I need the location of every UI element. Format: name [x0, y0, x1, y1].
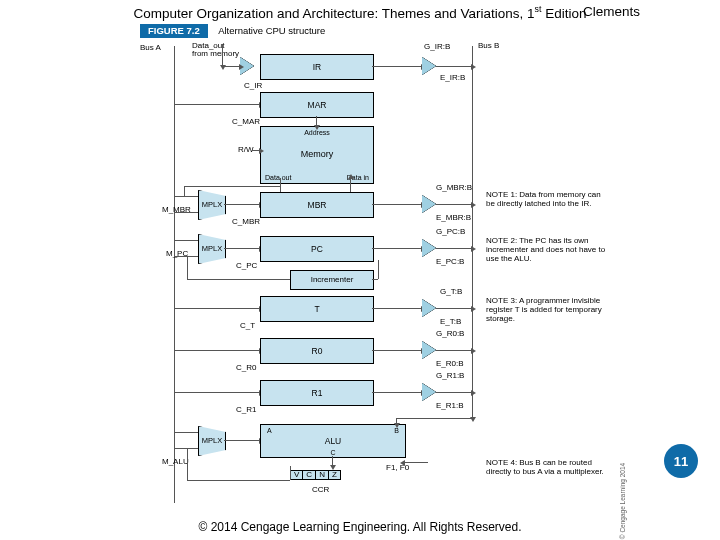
sig-embrb: E_MBR:B	[436, 214, 471, 222]
block-memory: Address Memory Data out Data in	[260, 126, 374, 184]
sig-f: F1, F0	[386, 464, 409, 472]
sig-girb: G_IR:B	[424, 43, 450, 51]
book-title: Computer Organization and Architecture: …	[134, 4, 587, 21]
alu-port-a: A	[267, 427, 272, 434]
wire	[378, 260, 379, 279]
wire	[372, 279, 378, 280]
block-t: T	[260, 296, 374, 322]
sig-gtb: G_T:B	[440, 288, 462, 296]
ccr-z: Z	[329, 471, 340, 479]
wire	[224, 204, 260, 205]
bus-a-label: Bus A	[140, 44, 161, 52]
note-2: NOTE 2: The PC has its own incrementer a…	[486, 236, 606, 264]
block-alu: A ALU B C	[260, 424, 406, 458]
mem-label: Memory	[301, 150, 334, 159]
ccr-label: CCR	[312, 486, 329, 494]
sig-gpcb: G_PC:B	[436, 228, 465, 236]
block-ir: IR	[260, 54, 374, 80]
wire	[174, 350, 260, 351]
wire	[252, 150, 260, 151]
wire	[332, 456, 333, 466]
mplx-mbr: MPLX	[198, 190, 226, 220]
bus-a-line	[174, 46, 175, 503]
wire	[280, 178, 281, 192]
gate-r0-out	[422, 341, 436, 359]
sig-cmbr: C_MBR	[232, 218, 260, 226]
wire	[396, 418, 472, 419]
mem-address: Address	[304, 129, 330, 136]
sig-ct: C_T	[240, 322, 255, 330]
page-number: 11	[664, 444, 698, 478]
note-3: NOTE 3: A programmer invisible register …	[486, 296, 606, 324]
wire	[174, 308, 260, 309]
wire	[436, 66, 472, 67]
alu-label: ALU	[325, 437, 342, 446]
wire	[174, 240, 198, 241]
bus-b-label: Bus B	[478, 42, 499, 50]
sig-er1b: E_R1:B	[436, 402, 464, 410]
gate-ir-out	[422, 57, 436, 75]
sig-gr1b: G_R1:B	[436, 372, 464, 380]
book-title-pre: Computer Organization and Architecture: …	[134, 6, 535, 21]
sig-malu: M_ALU	[162, 458, 189, 466]
mplx-pc: MPLX	[198, 234, 226, 264]
block-mar: MAR	[260, 92, 374, 118]
sig-cpc: C_PC	[236, 262, 257, 270]
sig-gmbrb: G_MBR:B	[436, 184, 472, 192]
wire	[290, 466, 291, 480]
ccr-n: N	[316, 471, 329, 479]
data-out-label: Data_out from memory	[192, 42, 239, 59]
wire	[436, 248, 472, 249]
wire	[372, 248, 422, 249]
wire	[472, 410, 473, 418]
wire	[350, 178, 351, 192]
sig-cr0: C_R0	[236, 364, 256, 372]
gate-t-out	[422, 299, 436, 317]
note-1: NOTE 1: Data from memory can be directly…	[486, 190, 606, 208]
slide-header: Computer Organization and Architecture: …	[0, 4, 720, 21]
wire	[174, 392, 260, 393]
block-mbr: MBR	[260, 192, 374, 218]
wire	[187, 449, 188, 480]
sig-mpc: M_PC	[166, 250, 188, 258]
wire	[436, 392, 472, 393]
gate-mbr-out	[422, 195, 436, 213]
wire	[224, 248, 260, 249]
wire	[184, 186, 280, 187]
mplx-alu: MPLX	[198, 426, 226, 456]
book-title-post: Edition	[541, 6, 586, 21]
wire	[436, 308, 472, 309]
wire	[174, 448, 198, 449]
wire	[187, 257, 188, 279]
wire	[372, 308, 422, 309]
block-r1: R1	[260, 380, 374, 406]
diagram: Bus A Bus B Data_out from memory IR C_IR…	[140, 38, 620, 503]
wire	[187, 480, 290, 481]
note-4: NOTE 4: Bus B can be routed directly to …	[486, 458, 606, 476]
gate-r1-out	[422, 383, 436, 401]
wire	[174, 104, 260, 105]
wire	[184, 186, 185, 196]
wire	[222, 44, 223, 66]
block-pc: PC	[260, 236, 374, 262]
wire	[372, 66, 422, 67]
bus-b-line	[472, 46, 473, 411]
figure: FIGURE 7.2 Alternative CPU structure Bus…	[140, 24, 620, 514]
wire	[436, 204, 472, 205]
slide: Computer Organization and Architecture: …	[0, 0, 720, 540]
wire	[316, 116, 317, 126]
author: Clements	[583, 4, 640, 19]
wire	[396, 418, 397, 424]
wire	[187, 279, 290, 280]
wire	[224, 440, 260, 441]
sig-eirb: E_IR:B	[440, 74, 465, 82]
figure-number: FIGURE 7.2	[140, 24, 208, 38]
sig-epcb: E_PC:B	[436, 258, 464, 266]
sig-cr1: C_R1	[236, 406, 256, 414]
wire	[372, 350, 422, 351]
sig-cir: C_IR	[244, 82, 262, 90]
wire	[174, 432, 198, 433]
figure-caption-row: FIGURE 7.2 Alternative CPU structure	[140, 24, 620, 38]
footer: © 2014 Cengage Learning Engineering. All…	[0, 520, 720, 534]
mem-dout: Data out	[265, 174, 291, 181]
